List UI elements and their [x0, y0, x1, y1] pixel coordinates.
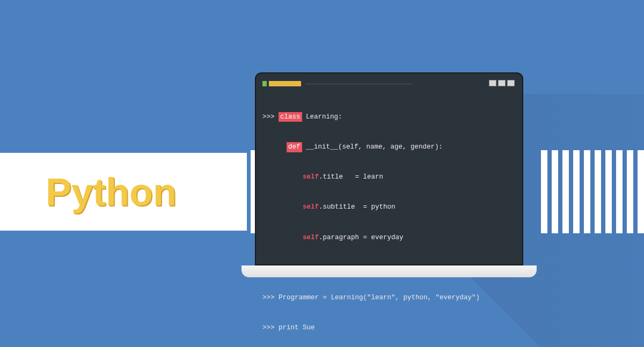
window-close-icon: [507, 80, 515, 86]
code-line-1: >>> class Learning:: [262, 112, 516, 122]
code-editor-content: >>> class Learning: def __init__(self, n…: [262, 92, 516, 347]
laptop-illustration: >>> class Learning: def __init__(self, n…: [255, 72, 529, 287]
code-line-6: >>> Programmer = Learning("learn", pytho…: [262, 293, 516, 303]
code-line-4: self.subtitle = python: [262, 202, 516, 212]
window-maximize-icon: [498, 80, 506, 86]
code-line-5: self.paragraph = everyday: [262, 233, 516, 243]
code-line-7: >>> print Sue: [262, 323, 516, 333]
active-tab: [269, 81, 301, 86]
laptop-screen: >>> class Learning: def __init__(self, n…: [255, 72, 523, 265]
tab-divider: [305, 84, 413, 84]
code-line-2: def __init__(self, name, age, gender):: [262, 142, 516, 152]
tab-indicator-icon: [262, 81, 267, 86]
title-banner: Python: [0, 153, 247, 231]
laptop-base: [241, 265, 537, 277]
code-line-3: self.title = learn: [262, 172, 516, 182]
window-minimize-icon: [489, 80, 496, 86]
editor-tab-bar: [262, 80, 516, 87]
window-controls: [489, 80, 515, 86]
python-title: Python: [46, 170, 177, 214]
decorative-stripes-right: [541, 150, 644, 233]
